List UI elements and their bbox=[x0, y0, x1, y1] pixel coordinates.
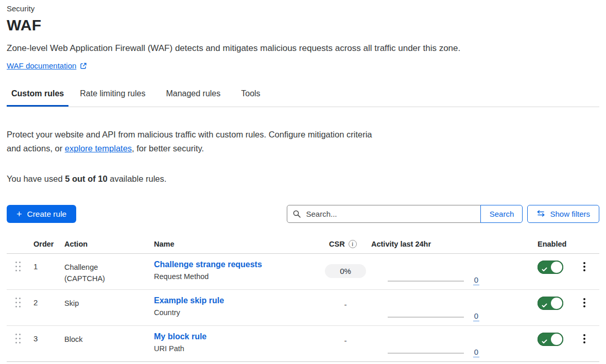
waf-documentation-link-label: WAF documentation bbox=[7, 61, 76, 70]
rule-field: URI Path bbox=[154, 344, 320, 353]
table-row: 2 Skip Example skip rule Country - 0 bbox=[7, 290, 599, 326]
show-filters-button-label: Show filters bbox=[550, 210, 590, 218]
activity-count-link[interactable]: 0 bbox=[473, 275, 479, 285]
page-title: WAF bbox=[7, 16, 599, 34]
tab-rate-limiting-rules[interactable]: Rate limiting rules bbox=[80, 89, 145, 107]
activity-sparkline bbox=[388, 317, 464, 318]
table-row: 1 Challenge (CAPTCHA) Challenge strange … bbox=[7, 254, 599, 290]
rule-field: Request Method bbox=[154, 272, 320, 281]
header-enabled: Enabled bbox=[527, 238, 577, 253]
usage-suffix: available rules. bbox=[108, 174, 167, 183]
breadcrumb-security: Security bbox=[7, 0, 599, 13]
csr-cell: - bbox=[320, 290, 371, 309]
header-spacer bbox=[479, 238, 527, 245]
header-order: Order bbox=[29, 238, 60, 253]
kebab-menu-icon[interactable] bbox=[580, 261, 588, 272]
drag-handle-icon[interactable] bbox=[7, 254, 29, 271]
page-description: Zone-level Web Application Firewall (WAF… bbox=[7, 43, 599, 54]
rule-name-cell: My block rule URI Path bbox=[150, 326, 320, 353]
check-icon bbox=[542, 265, 547, 274]
activity-cell: 0 bbox=[371, 326, 479, 362]
header-activity: Activity last 24hr bbox=[371, 238, 479, 253]
enabled-toggle[interactable] bbox=[538, 297, 563, 310]
activity-sparkline bbox=[388, 353, 464, 354]
header-name: Name bbox=[150, 238, 320, 253]
usage-prefix: You have used bbox=[7, 174, 65, 183]
rules-toolbar: + Create rule Search bbox=[7, 205, 599, 223]
csr-cell: - bbox=[320, 326, 371, 345]
show-filters-button[interactable]: Show filters bbox=[527, 205, 599, 223]
explore-templates-link[interactable]: explore templates bbox=[65, 144, 132, 153]
tab-custom-rules[interactable]: Custom rules bbox=[7, 89, 68, 107]
info-icon[interactable]: i bbox=[349, 240, 357, 248]
drag-handle-icon[interactable] bbox=[7, 290, 29, 307]
toggle-knob bbox=[551, 262, 562, 273]
table-header-row: Order Action Name CSR i Activity last 24… bbox=[7, 235, 599, 254]
activity-count-link[interactable]: 0 bbox=[473, 311, 479, 321]
enabled-toggle[interactable] bbox=[538, 261, 563, 274]
rule-order: 2 bbox=[29, 290, 60, 307]
create-rule-button-label: Create rule bbox=[27, 210, 67, 219]
activity-cell: 0 bbox=[371, 290, 479, 326]
activity-count-link[interactable]: 0 bbox=[473, 348, 479, 357]
external-link-icon bbox=[80, 62, 87, 70]
table-row: 3 Block My block rule URI Path - 0 bbox=[7, 326, 599, 362]
header-drag-spacer bbox=[7, 238, 29, 245]
rule-action: Block bbox=[60, 326, 122, 345]
rule-action: Skip bbox=[60, 290, 122, 309]
search-input[interactable] bbox=[287, 205, 481, 223]
kebab-menu-icon[interactable] bbox=[580, 333, 588, 344]
search-and-filters: Search Show filters bbox=[287, 205, 599, 223]
header-menu-spacer bbox=[577, 238, 599, 245]
rule-name-link[interactable]: Example skip rule bbox=[154, 296, 224, 305]
plus-icon: + bbox=[16, 210, 22, 219]
tab-managed-rules[interactable]: Managed rules bbox=[166, 89, 220, 107]
rule-field: Country bbox=[154, 308, 320, 317]
rule-name-cell: Example skip rule Country bbox=[150, 290, 320, 317]
header-action: Action bbox=[60, 238, 150, 253]
activity-sparkline bbox=[388, 281, 464, 282]
waf-documentation-link[interactable]: WAF documentation bbox=[7, 61, 87, 70]
rule-order: 1 bbox=[29, 254, 60, 271]
search-icon bbox=[292, 210, 301, 220]
custom-rules-intro: Protect your website and API from malici… bbox=[7, 128, 385, 155]
waf-tab-bar: Custom rules Rate limiting rules Managed… bbox=[7, 89, 599, 107]
check-icon bbox=[542, 337, 547, 346]
csr-value: - bbox=[344, 300, 347, 309]
header-csr-label: CSR bbox=[329, 240, 345, 248]
intro-text-after: , for better security. bbox=[132, 144, 204, 153]
search-button[interactable]: Search bbox=[480, 205, 523, 223]
activity-cell: 0 bbox=[371, 254, 479, 290]
tab-tools[interactable]: Tools bbox=[241, 89, 260, 107]
toggle-knob bbox=[551, 334, 562, 345]
usage-count: 5 out of 10 bbox=[65, 174, 108, 183]
swap-arrows-icon bbox=[536, 210, 545, 218]
csr-badge: 0% bbox=[325, 264, 366, 278]
rule-name-cell: Challenge strange requests Request Metho… bbox=[150, 254, 320, 281]
rule-order: 3 bbox=[29, 326, 60, 343]
csr-cell: 0% bbox=[320, 254, 371, 278]
toggle-knob bbox=[551, 298, 562, 309]
drag-handle-icon[interactable] bbox=[7, 326, 29, 343]
csr-value: - bbox=[344, 336, 347, 345]
enabled-toggle[interactable] bbox=[538, 333, 563, 346]
kebab-menu-icon[interactable] bbox=[580, 297, 588, 308]
custom-rules-table: Order Action Name CSR i Activity last 24… bbox=[7, 235, 599, 362]
rule-action: Challenge (CAPTCHA) bbox=[60, 254, 122, 284]
header-csr: CSR i bbox=[320, 238, 371, 253]
rule-name-link[interactable]: Challenge strange requests bbox=[154, 260, 262, 269]
rules-usage-summary: You have used 5 out of 10 available rule… bbox=[7, 174, 599, 184]
rule-name-link[interactable]: My block rule bbox=[154, 332, 206, 341]
create-rule-button[interactable]: + Create rule bbox=[7, 205, 76, 223]
check-icon bbox=[542, 301, 547, 310]
